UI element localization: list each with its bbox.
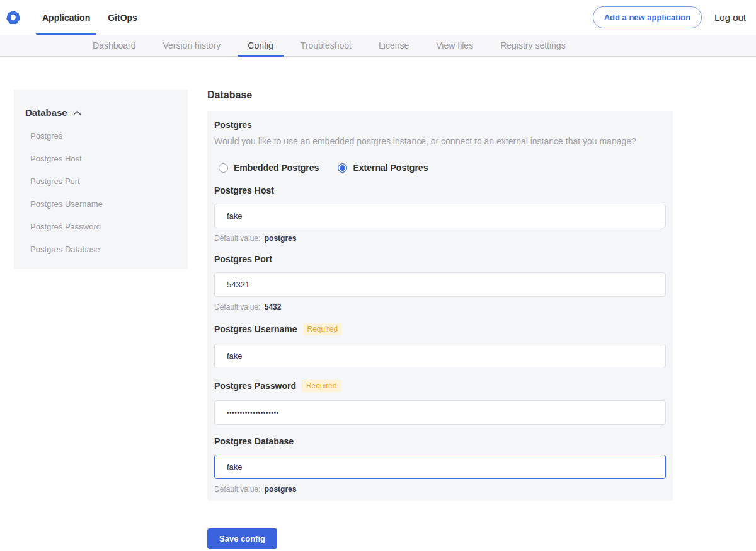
logout-button[interactable]: Log out xyxy=(714,12,746,23)
radio-checked-icon xyxy=(338,163,347,173)
field-label: Postgres Database xyxy=(214,436,294,446)
add-application-button[interactable]: Add a new application xyxy=(593,6,702,28)
subnav-item-registry-settings[interactable]: Registry settings xyxy=(490,35,575,56)
app-logo-icon xyxy=(6,11,20,25)
config-group-title: Postgres xyxy=(214,120,666,130)
sidebar-group-label: Database xyxy=(25,107,67,118)
sidebar-item-postgres-port[interactable]: Postgres Port xyxy=(30,177,176,186)
required-badge: Required xyxy=(302,380,341,392)
active-subnav-underline xyxy=(238,55,283,57)
save-config-button[interactable]: Save config xyxy=(207,528,277,549)
field-label: Postgres Password xyxy=(214,381,296,391)
app-tabs: Application GitOps xyxy=(36,0,149,35)
app-subnav: Dashboard Version history Config Trouble… xyxy=(0,35,756,57)
radio-unchecked-icon xyxy=(219,163,228,173)
subnav-item-version-history[interactable]: Version history xyxy=(153,35,231,56)
subnav-item-view-files[interactable]: View files xyxy=(426,35,483,56)
subnav-item-config[interactable]: Config xyxy=(238,35,283,56)
tab-gitops[interactable]: GitOps xyxy=(101,0,144,35)
sidebar-item-postgres-database[interactable]: Postgres Database xyxy=(30,245,176,254)
radio-external-postgres[interactable]: External Postgres xyxy=(338,163,428,173)
postgres-database-field: Postgres Database Default value: postgre… xyxy=(214,436,666,494)
sidebar-item-list: Postgres Postgres Host Postgres Port Pos… xyxy=(25,131,176,254)
radio-external-label: External Postgres xyxy=(353,163,428,173)
required-badge: Required xyxy=(303,323,343,335)
header-right: Add a new application Log out xyxy=(593,0,756,35)
radio-embedded-postgres[interactable]: Embedded Postgres xyxy=(219,163,319,173)
sidebar-group-database[interactable]: Database xyxy=(25,107,176,118)
field-label: Postgres Username xyxy=(214,324,297,334)
postgres-database-input[interactable] xyxy=(214,455,666,479)
default-value-note: Default value: postgres xyxy=(214,485,666,494)
subnav-item-dashboard[interactable]: Dashboard xyxy=(83,35,146,56)
subnav-item-troubleshoot[interactable]: Troubleshoot xyxy=(290,35,362,56)
section-title: Database xyxy=(207,90,673,101)
config-group-card: Postgres Would you like to use an embedd… xyxy=(207,111,673,501)
postgres-host-field: Postgres Host Default value: postgres xyxy=(214,185,666,243)
radio-embedded-label: Embedded Postgres xyxy=(234,163,319,173)
chevron-up-icon xyxy=(73,110,81,116)
subnav-item-license[interactable]: License xyxy=(369,35,419,56)
postgres-port-input[interactable] xyxy=(214,272,666,297)
postgres-host-input[interactable] xyxy=(214,204,666,228)
content-area: Database Postgres Postgres Host Postgres… xyxy=(0,57,756,549)
app-logo xyxy=(6,0,20,35)
sidebar-item-postgres-password[interactable]: Postgres Password xyxy=(30,222,176,231)
postgres-port-field: Postgres Port Default value: 5432 xyxy=(214,254,666,311)
postgres-type-radio-group: Embedded Postgres External Postgres xyxy=(219,163,666,173)
postgres-username-input[interactable] xyxy=(214,344,666,368)
default-value-note: Default value: postgres xyxy=(214,234,666,243)
postgres-username-field: Postgres Username Required xyxy=(214,323,666,368)
config-main: Database Postgres Would you like to use … xyxy=(207,90,673,549)
field-label: Postgres Port xyxy=(214,254,272,264)
field-label: Postgres Host xyxy=(214,185,274,195)
tab-application-label: Application xyxy=(42,13,90,23)
postgres-password-field: Postgres Password Required xyxy=(214,380,666,425)
tab-gitops-label: GitOps xyxy=(108,13,137,23)
tab-application[interactable]: Application xyxy=(36,0,96,35)
postgres-password-input[interactable] xyxy=(214,400,666,425)
sidebar-item-postgres-host[interactable]: Postgres Host xyxy=(30,154,176,163)
config-sidebar: Database Postgres Postgres Host Postgres… xyxy=(14,90,188,269)
default-value-note: Default value: 5432 xyxy=(214,303,666,311)
sidebar-item-postgres-username[interactable]: Postgres Username xyxy=(30,199,176,209)
top-header: Application GitOps Add a new application… xyxy=(0,0,756,35)
config-group-help-text: Would you like to use an embedded postgr… xyxy=(214,136,666,146)
sidebar-item-postgres[interactable]: Postgres xyxy=(30,131,176,141)
